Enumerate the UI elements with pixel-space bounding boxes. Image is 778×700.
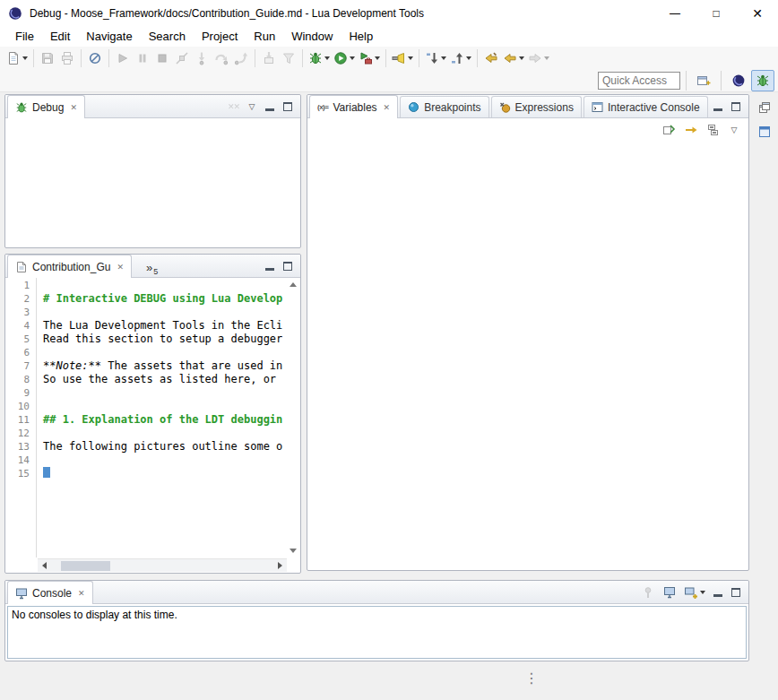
new-button[interactable] [4,48,30,69]
code-line[interactable]: **Note:** The assets that are used in [38,359,287,373]
collapse-all-button[interactable] [706,121,721,139]
minimize-view-button[interactable] [264,98,275,116]
scrollbar-track[interactable] [51,560,273,572]
forward-button[interactable] [526,48,551,69]
debug-view-panel: Debug ✕ ✕✕ ▽ [4,94,301,248]
run-button[interactable] [332,48,357,69]
editor-horizontal-scrollbar[interactable] [38,558,287,572]
suspend-button[interactable] [133,48,152,69]
close-icon[interactable]: ✕ [78,589,85,598]
menu-run[interactable]: Run [246,27,283,47]
menu-project[interactable]: Project [194,27,246,47]
view-menu-icon[interactable]: ▽ [729,121,739,139]
scroll-down-icon[interactable] [290,549,297,553]
tab-console[interactable]: Console ✕ [7,581,93,604]
code-line[interactable]: The Lua Development Tools in the Ecli [38,319,287,333]
editor-code[interactable]: # Interactive DEBUG using Lua DevelopThe… [38,278,287,557]
menu-search[interactable]: Search [141,27,194,47]
search-button[interactable] [390,48,415,69]
tab-expressions[interactable]: Expressions [491,96,582,117]
minimize-button[interactable]: — [654,0,696,27]
code-line[interactable] [38,279,287,292]
ldt-perspective-button[interactable] [727,70,750,91]
show-type-names-button[interactable] [661,121,676,139]
step-into-button[interactable] [192,48,212,69]
code-line[interactable] [38,400,287,413]
editor-overflow-chevron[interactable]: »5 [146,261,158,274]
maximize-button[interactable]: □ [696,0,737,27]
editor-vertical-scrollbar[interactable] [287,278,299,557]
code-line[interactable]: # Interactive DEBUG using Lua Develop [38,292,287,306]
show-logical-structure-button[interactable] [684,121,698,139]
code-line[interactable]: So use the assets as listed here, or [38,373,287,386]
chevron-icon: » [146,261,152,274]
menu-window[interactable]: Window [283,27,341,47]
close-icon[interactable]: ✕ [384,103,391,112]
menu-file[interactable]: File [7,27,42,47]
view-menu-icon[interactable]: ▽ [246,98,257,116]
menu-help[interactable]: Help [341,27,381,47]
code-line[interactable] [38,454,287,467]
previous-annotation-button[interactable] [448,48,473,69]
print-button[interactable] [57,48,77,69]
minimize-view-button[interactable] [264,257,275,275]
external-tools-button[interactable] [357,48,382,69]
tab-breakpoints[interactable]: Breakpoints [400,96,488,117]
scroll-up-icon[interactable] [290,282,297,287]
remove-all-terminated-button[interactable]: ✕✕ [228,98,239,116]
maximize-view-button[interactable] [282,257,293,275]
bottom-sash-grip[interactable]: ⋮ [524,671,539,686]
display-selected-console-button[interactable] [662,583,677,601]
open-console-button[interactable] [684,583,705,601]
minimize-view-button[interactable] [713,98,723,116]
minimized-view-button[interactable] [756,123,774,141]
quick-access-input[interactable] [598,72,680,90]
code-line[interactable]: The following pictures outline some o [38,440,287,454]
code-line[interactable]: ## 1. Explanation of the LDT debuggin [38,413,287,427]
resume-button[interactable] [113,48,133,69]
debug-button[interactable] [307,48,332,69]
pin-console-button[interactable] [641,583,655,601]
step-over-button[interactable] [212,48,231,69]
drop-to-frame-button[interactable] [259,48,279,69]
code-line[interactable] [38,346,287,359]
save-button[interactable] [38,48,57,69]
scroll-right-icon[interactable] [278,562,282,569]
debug-perspective-button[interactable] [751,70,774,91]
use-step-filters-button[interactable] [279,48,298,69]
scroll-left-icon[interactable] [42,562,47,569]
maximize-view-button[interactable] [730,583,741,601]
maximize-view-button[interactable] [730,98,741,116]
variables-content [308,142,748,569]
terminate-button[interactable] [152,48,172,69]
step-return-button[interactable] [231,48,251,69]
editor-gutter[interactable]: 123456789101112131415 [6,278,37,557]
menu-edit[interactable]: Edit [42,27,78,47]
open-perspective-button[interactable] [692,70,715,91]
dropdown-icon [466,56,471,60]
restore-views-button[interactable] [756,99,774,117]
skip-all-breakpoints-button[interactable] [85,48,105,69]
tab-interactive-console[interactable]: Interactive Console [584,96,708,117]
tab-editor-contribution-guide[interactable]: Contribution_Gu ✕ [7,255,132,278]
disconnect-button[interactable] [172,48,192,69]
close-icon[interactable]: ✕ [117,263,124,272]
code-line[interactable] [38,386,287,400]
maximize-view-button[interactable] [282,98,293,116]
tab-variables[interactable]: (x)= Variables ✕ [309,95,398,118]
next-annotation-button[interactable] [423,48,448,69]
last-edit-location-button[interactable] [481,48,501,69]
close-icon[interactable]: ✕ [70,103,77,112]
code-line[interactable] [38,306,287,319]
minimize-view-button[interactable] [713,583,723,601]
close-button[interactable]: ✕ [737,0,778,27]
code-line[interactable] [38,467,287,480]
tab-debug[interactable]: Debug ✕ [7,95,85,118]
line-number: 11 [6,413,36,427]
scrollbar-thumb[interactable] [61,561,110,571]
back-button[interactable] [501,48,526,69]
code-line[interactable] [38,427,287,440]
code-line[interactable]: Read this section to setup a debugger [38,333,287,346]
debug-bug-icon [15,101,28,114]
menu-navigate[interactable]: Navigate [78,27,140,47]
